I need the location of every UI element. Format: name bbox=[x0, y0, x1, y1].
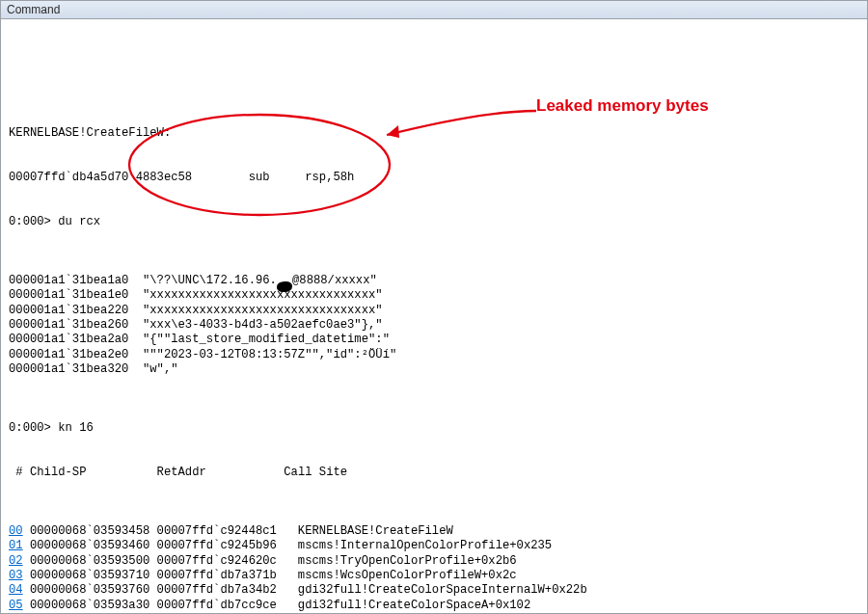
frame-index-link[interactable]: 02 bbox=[9, 554, 23, 568]
stack-frame-row: 03 00000068`03593710 00007ffd`db7a371b m… bbox=[9, 569, 859, 583]
command-window: Command Leaked memory bytes KERNELBASE!C… bbox=[0, 0, 868, 614]
du-line: 000001a1`31bea220 "xxxxxxxxxxxxxxxxxxxxx… bbox=[9, 304, 859, 318]
disasm-header: KERNELBASE!CreateFileW: bbox=[9, 126, 859, 141]
du-line: 000001a1`31bea320 "w"," bbox=[9, 362, 859, 377]
du-line: 000001a1`31bea1e0 "xxxxxxxxxxxxxxxxxxxxx… bbox=[9, 288, 859, 303]
du-line: 000001a1`31bea2a0 "{""last_store_modifie… bbox=[9, 333, 859, 347]
stack-frame-row: 04 00000068`03593760 00007ffd`db7a34b2 g… bbox=[9, 583, 859, 598]
stack-frame-row: 00 00000068`03593458 00007ffd`c92448c1 K… bbox=[9, 524, 859, 539]
frame-index-link[interactable]: 05 bbox=[9, 599, 23, 612]
stack-frame-row: 02 00000068`03593500 00007ffd`c924620c m… bbox=[9, 554, 859, 569]
window-title: Command bbox=[1, 1, 867, 19]
du-line: 000001a1`31bea260 "xxx\e3-4033-b4d3-a502… bbox=[9, 318, 859, 333]
disasm-line: 00007ffd`db4a5d70 4883ec58 sub rsp,58h bbox=[9, 171, 859, 185]
prompt-kn: 0:000> kn 16 bbox=[9, 421, 859, 436]
debugger-output[interactable]: Leaked memory bytes KERNELBASE!CreateFil… bbox=[1, 19, 867, 613]
stack-frame-row: 05 00000068`03593a30 00007ffd`db7cc9ce g… bbox=[9, 599, 859, 613]
annotation-ellipse bbox=[1, 19, 867, 308]
frame-index-link[interactable]: 04 bbox=[9, 583, 23, 597]
frame-index-link[interactable]: 00 bbox=[9, 524, 23, 538]
prompt-du: 0:000> du rcx bbox=[9, 215, 859, 229]
du-line: 000001a1`31bea1a0 "\??\UNC\172.16.96.@88… bbox=[9, 274, 859, 288]
du-line: 000001a1`31bea2e0 """2023-03-12T08:13:57… bbox=[9, 348, 859, 362]
frame-index-link[interactable]: 01 bbox=[9, 539, 23, 552]
kn-header: # Child-SP RetAddr Call Site bbox=[9, 466, 859, 480]
frame-index-link[interactable]: 03 bbox=[9, 569, 23, 582]
stack-frame-row: 01 00000068`03593460 00007ffd`c9245b96 m… bbox=[9, 539, 859, 553]
annotation-label: Leaked memory bytes bbox=[536, 98, 709, 113]
